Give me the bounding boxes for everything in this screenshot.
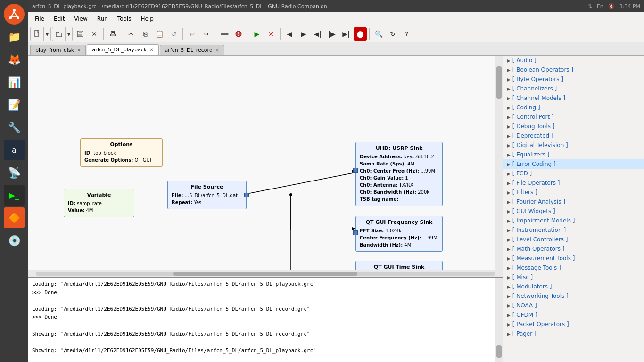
sidebar-impairment[interactable]: ▶ [ Impairment Models ]	[503, 216, 644, 225]
sidebar-networking[interactable]: ▶ [ Networking Tools ]	[503, 291, 644, 301]
refresh-button[interactable]: ↻	[386, 27, 399, 41]
nav-back[interactable]: ◀	[283, 27, 296, 41]
canvas-vscroll[interactable]	[495, 56, 503, 270]
sidebar-label-pager: [ Pager ]	[512, 330, 537, 337]
tab-close-record[interactable]: ✕	[215, 48, 219, 53]
sidebar-ofdm[interactable]: ▶ [ OFDM ]	[503, 310, 644, 320]
sidebar-gui-widgets[interactable]: ▶ [ GUI Widgets ]	[503, 206, 644, 216]
block-options[interactable]: Options ID: top_block Generate Options: …	[80, 138, 163, 167]
menu-edit[interactable]: Edit	[49, 14, 69, 24]
new-button[interactable]	[31, 27, 44, 41]
sidebar-misc[interactable]: ▶ [ Misc ]	[503, 272, 644, 282]
menu-help[interactable]: Help	[136, 14, 158, 24]
menu-run[interactable]: Run	[92, 14, 113, 24]
block-freq-sink[interactable]: QT GUI Frequency Sink FFT Size: 1.024k C…	[355, 216, 443, 252]
taskbar-ubuntu[interactable]	[4, 4, 25, 25]
block-variable[interactable]: Variable ID: samp_rate Value: 4M	[64, 189, 134, 217]
sidebar-packet-ops[interactable]: ▶ [ Packet Operators ]	[503, 320, 644, 329]
taskbar-firefox[interactable]: 🦊	[4, 49, 25, 70]
sidebar-deprecated[interactable]: ▶ [ Deprecated ]	[503, 131, 644, 140]
taskbar-tools[interactable]: 🔧	[4, 117, 25, 138]
sidebar-audio[interactable]: ▶ [ Audio ]	[503, 56, 644, 65]
sidebar-filters[interactable]: ▶ [ Filters ]	[503, 188, 644, 197]
sidebar-fourier[interactable]: ▶ [ Fourier Analysis ]	[503, 197, 644, 206]
cut-button[interactable]: ✂	[124, 27, 138, 41]
taskbar-spreadsheet[interactable]: 📊	[4, 72, 25, 92]
arrow-boolean: ▶	[507, 67, 511, 73]
svg-rect-11	[78, 34, 82, 36]
taskbar-amazon[interactable]: a	[4, 140, 25, 160]
sidebar-fcd[interactable]: ▶ [ FCD ]	[503, 169, 644, 178]
canvas[interactable]: Options ID: top_block Generate Options: …	[28, 56, 495, 270]
sidebar-channelizers[interactable]: ▶ [ Channelizers ]	[503, 84, 644, 93]
tab-close-playback[interactable]: ✕	[149, 47, 153, 52]
console-line-3	[32, 296, 491, 305]
sidebar-instrumentation[interactable]: ▶ [ Instrumentation ]	[503, 225, 644, 235]
canvas-hscroll[interactable]	[28, 270, 503, 277]
sidebar-digital-tv[interactable]: ▶ [ Digital Television ]	[503, 140, 644, 150]
record-button[interactable]: ⬤	[354, 27, 367, 41]
help-button[interactable]: ?	[400, 27, 413, 41]
sidebar-channel-models[interactable]: ▶ [ Channel Models ]	[503, 93, 644, 103]
open-button[interactable]	[52, 27, 66, 41]
close-button[interactable]: ✕	[88, 27, 101, 41]
paste-button[interactable]: 📋	[153, 27, 166, 41]
block-variable-id: ID: samp_rate	[68, 200, 130, 207]
nav-end[interactable]: ▶|	[339, 27, 353, 41]
hscroll-thumb	[173, 272, 357, 276]
tab-arfcn-record[interactable]: arfcn_5_DL_record ✕	[160, 45, 225, 55]
block-time-sink[interactable]: QT GUI Time Sink Number of Points: 1.024…	[355, 261, 443, 270]
sidebar-noaa[interactable]: ▶ [ NOAA ]	[503, 301, 644, 310]
sidebar-coding[interactable]: ▶ [ Coding ]	[503, 103, 644, 112]
sidebar-math-ops[interactable]: ▶ [ Math Operators ]	[503, 244, 644, 254]
sidebar-modulators[interactable]: ▶ [ Modulators ]	[503, 282, 644, 291]
sidebar-label-debug: [ Debug Tools ]	[512, 123, 555, 130]
taskbar-disk[interactable]: 💿	[4, 230, 25, 251]
sidebar-file-ops[interactable]: ▶ [ File Operators ]	[503, 178, 644, 188]
taskbar-orange[interactable]: 🔶	[4, 207, 25, 228]
undo-button[interactable]: ↩	[185, 27, 198, 41]
tab-close-play[interactable]: ✕	[77, 48, 81, 53]
taskbar-terminal[interactable]: ▶_	[4, 185, 25, 206]
errors-button[interactable]: !	[232, 27, 245, 41]
console-vscroll[interactable]	[495, 278, 503, 362]
block-file-source[interactable]: File Source File: ...5_DL/arfcn_5_DL.dat…	[167, 181, 247, 209]
open-dropdown[interactable]: ▾	[66, 27, 72, 41]
reload-button[interactable]: ↺	[167, 27, 180, 41]
sidebar-label-networking: [ Networking Tools ]	[512, 293, 569, 299]
zoom-out-button[interactable]: ➖	[218, 27, 231, 41]
redo-button[interactable]: ↪	[199, 27, 213, 41]
sidebar-message-tools[interactable]: ▶ [ Message Tools ]	[503, 263, 644, 272]
nav-step-back[interactable]: ◀|	[311, 27, 324, 41]
copy-button[interactable]: ⎘	[139, 27, 152, 41]
sidebar-debug[interactable]: ▶ [ Debug Tools ]	[503, 122, 644, 131]
tab-arfcn-playback[interactable]: arfcn_5_DL_playback ✕	[87, 44, 158, 55]
menu-view[interactable]: View	[69, 14, 92, 24]
save-button[interactable]	[74, 27, 87, 41]
taskbar-gnuradio[interactable]: 📡	[4, 162, 25, 183]
sidebar-control-port[interactable]: ▶ [ Control Port ]	[503, 112, 644, 122]
stop-button[interactable]: ✕	[264, 27, 278, 41]
menu-tools[interactable]: Tools	[113, 14, 136, 24]
sidebar-equalizers[interactable]: ▶ [ Equalizers ]	[503, 150, 644, 159]
sidebar-byte[interactable]: ▶ [ Byte Operators ]	[503, 74, 644, 84]
nav-step-forward[interactable]: |▶	[325, 27, 339, 41]
nav-forward[interactable]: ▶	[297, 27, 310, 41]
canvas-column: Options ID: top_block Generate Options: …	[28, 56, 503, 362]
tab-play-from-disk[interactable]: play_from_disk ✕	[30, 45, 86, 55]
menu-file[interactable]: File	[30, 14, 49, 24]
zoom-button[interactable]: 🔍	[372, 27, 385, 41]
run-button[interactable]: ▶	[250, 27, 264, 41]
taskbar-text[interactable]: 📝	[4, 94, 25, 115]
block-usrp-sink[interactable]: UHD: USRP Sink Device Address: key...68.…	[355, 142, 443, 206]
sidebar-error-coding[interactable]: ▶ [ Error Coding ]	[503, 159, 644, 169]
sidebar-pager[interactable]: ▶ [ Pager ]	[503, 329, 644, 338]
new-dropdown[interactable]: ▾	[44, 27, 50, 41]
sidebar-boolean[interactable]: ▶ [ Boolean Operators ]	[503, 65, 644, 74]
print-button[interactable]: 🖶	[106, 27, 119, 41]
sidebar-label-audio: [ Audio ]	[512, 57, 537, 64]
sidebar-measurement[interactable]: ▶ [ Measurement Tools ]	[503, 254, 644, 263]
sidebar-level-ctrl[interactable]: ▶ [ Level Controllers ]	[503, 235, 644, 244]
tab-label: arfcn_5_DL_record	[165, 47, 213, 53]
taskbar-files[interactable]: 📁	[4, 26, 25, 47]
